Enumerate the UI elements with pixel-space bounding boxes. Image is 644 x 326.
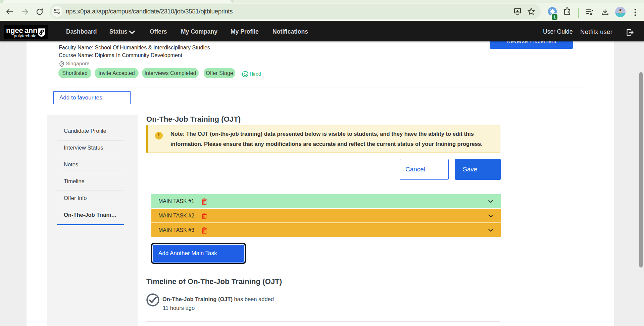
svg-text:1: 1 [553,14,556,19]
